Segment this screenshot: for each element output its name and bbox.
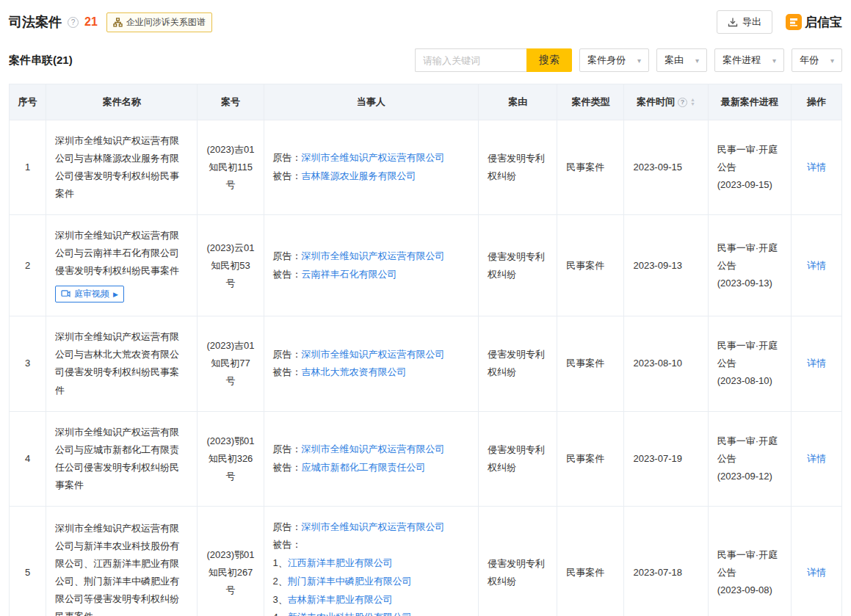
cell-type: 民事案件 xyxy=(557,411,624,506)
cell-case-no: (2023)吉01知民初77号 xyxy=(198,316,264,411)
col-type: 案件类型 xyxy=(557,84,624,120)
progress-text: 民事一审·开庭公告 xyxy=(717,337,782,372)
export-button[interactable]: 导出 xyxy=(717,10,772,34)
litigation-graph-label: 企业间涉诉关系图谱 xyxy=(126,16,206,29)
defendant-link[interactable]: 江西新洋丰肥业有限公司 xyxy=(288,557,393,568)
search-button[interactable]: 搜索 xyxy=(526,48,572,72)
plaintiff-label: 原告： xyxy=(273,349,302,360)
cell-cause: 侵害发明专利权纠纷 xyxy=(479,316,557,411)
cell-action: 详情 xyxy=(791,316,841,411)
plaintiff-link[interactable]: 深圳市全维知识产权运营有限公司 xyxy=(302,152,445,163)
plaintiff-link[interactable]: 深圳市全维知识产权运营有限公司 xyxy=(302,250,445,261)
case-name-text: 深圳市全维知识产权运营有限公司与云南祥丰石化有限公司侵害发明专利权纠纷民事案件 xyxy=(55,227,188,280)
detail-link[interactable]: 详情 xyxy=(807,162,826,173)
cell-case-no: (2023)鄂01知民初267号 xyxy=(198,506,264,616)
play-icon: ▶ xyxy=(113,291,118,298)
export-label: 导出 xyxy=(742,15,761,29)
cell-type: 民事案件 xyxy=(557,506,624,616)
col-time-label: 案件时间 xyxy=(637,95,675,109)
defendant-link[interactable]: 吉林新洋丰肥业有限公司 xyxy=(288,594,393,605)
defendant-link[interactable]: 应城市新都化工有限责任公司 xyxy=(302,462,426,473)
cell-parties: 原告：深圳市全维知识产权运营有限公司 被告：应城市新都化工有限责任公司 xyxy=(264,411,479,506)
cell-case-name: 深圳市全维知识产权运营有限公司与吉林北大荒农资有限公司侵害发明专利权纠纷民事案件 xyxy=(46,316,198,411)
cell-seq: 2 xyxy=(10,215,46,316)
cell-time: 2023-07-18 xyxy=(624,506,708,616)
litigation-graph-button[interactable]: 企业间涉诉关系图谱 xyxy=(106,12,212,32)
filter-progress[interactable]: 案件进程 ▾ xyxy=(714,48,784,72)
plaintiff-label: 原告： xyxy=(273,521,302,532)
cell-seq: 5 xyxy=(10,506,46,616)
cell-progress: 民事一审·开庭公告 (2023-09-08) xyxy=(708,506,791,616)
sort-icon[interactable]: ▲▼ xyxy=(690,98,695,106)
defendant-link[interactable]: 荆门新洋丰中磷肥业有限公司 xyxy=(288,576,412,587)
cell-case-no: (2023)云01知民初53号 xyxy=(198,215,264,316)
cell-parties: 原告：深圳市全维知识产权运营有限公司 被告：吉林隆源农业服务有限公司 xyxy=(264,120,479,215)
brand-icon xyxy=(786,14,802,30)
trial-video-label: 庭审视频 xyxy=(74,288,109,300)
filter-cause-label: 案由 xyxy=(664,54,684,67)
section-title: 案件串联(21) xyxy=(9,54,73,68)
plaintiff-label: 原告： xyxy=(273,250,302,261)
plaintiff-link[interactable]: 深圳市全维知识产权运营有限公司 xyxy=(302,349,445,360)
defendant-label: 被告： xyxy=(273,170,302,181)
search-input[interactable] xyxy=(415,48,526,72)
trial-video-button[interactable]: 庭审视频 ▶ xyxy=(55,286,124,302)
cell-case-name: 深圳市全维知识产权运营有限公司与新洋丰农业科技股份有限公司、江西新洋丰肥业有限公… xyxy=(46,506,198,616)
case-count-badge: 21 xyxy=(84,15,98,29)
defendant-link[interactable]: 吉林北大荒农资有限公司 xyxy=(302,366,407,377)
cell-action: 详情 xyxy=(791,120,841,215)
page-title: 司法案件 xyxy=(9,13,62,31)
progress-date: (2023-09-13) xyxy=(717,275,782,292)
cell-cause: 侵害发明专利权纠纷 xyxy=(479,411,557,506)
cell-action: 详情 xyxy=(791,506,841,616)
cell-cause: 侵害发明专利权纠纷 xyxy=(479,120,557,215)
col-seq: 序号 xyxy=(10,84,46,120)
table-row: 2 深圳市全维知识产权运营有限公司与云南祥丰石化有限公司侵害发明专利权纠纷民事案… xyxy=(10,215,842,316)
cell-seq: 3 xyxy=(10,316,46,411)
plaintiff-link[interactable]: 深圳市全维知识产权运营有限公司 xyxy=(302,443,445,454)
cases-table: 序号 案件名称 案号 当事人 案由 案件类型 案件时间 ? ▲▼ 最新案件进程 xyxy=(9,84,842,616)
detail-link[interactable]: 详情 xyxy=(807,567,826,578)
col-cause: 案由 xyxy=(479,84,557,120)
plaintiff-link[interactable]: 深圳市全维知识产权运营有限公司 xyxy=(302,521,445,532)
cell-case-name: 深圳市全维知识产权运营有限公司与云南祥丰石化有限公司侵害发明专利权纠纷民事案件 … xyxy=(46,215,198,316)
video-icon xyxy=(61,290,70,298)
cell-progress: 民事一审·开庭公告 (2023-08-10) xyxy=(708,316,791,411)
cell-parties: 原告：深圳市全维知识产权运营有限公司 被告：云南祥丰石化有限公司 xyxy=(264,215,479,316)
progress-date: (2023-09-15) xyxy=(717,176,782,194)
filter-case-role[interactable]: 案件身份 ▾ xyxy=(579,48,649,72)
top-bar: 司法案件 ? 21 企业间涉诉关系图谱 导出 启信宝 xyxy=(9,9,842,37)
cell-case-name: 深圳市全维知识产权运营有限公司与应城市新都化工有限责任公司侵害发明专利权纠纷民事… xyxy=(46,411,198,506)
filter-progress-label: 案件进程 xyxy=(723,54,761,67)
defendant-label: 被告： xyxy=(273,366,302,377)
help-icon[interactable]: ? xyxy=(68,17,79,28)
cell-action: 详情 xyxy=(791,411,841,506)
case-time-help-icon[interactable]: ? xyxy=(678,98,687,107)
progress-text: 民事一审·开庭公告 xyxy=(717,141,782,176)
cell-cause: 侵害发明专利权纠纷 xyxy=(479,506,557,616)
brand-name: 启信宝 xyxy=(805,14,842,31)
cell-case-name: 深圳市全维知识产权运营有限公司与吉林隆源农业服务有限公司侵害发明专利权纠纷民事案… xyxy=(46,120,198,215)
filter-cause[interactable]: 案由 ▾ xyxy=(656,48,707,72)
defendant-label: 被告： xyxy=(273,269,302,280)
progress-text: 民事一审·开庭公告 xyxy=(717,239,782,275)
cell-seq: 1 xyxy=(10,120,46,215)
judicial-cases-page: 司法案件 ? 21 企业间涉诉关系图谱 导出 启信宝 xyxy=(0,0,851,616)
detail-link[interactable]: 详情 xyxy=(807,358,826,369)
defendant-index: 3、 xyxy=(273,594,288,605)
defendant-link[interactable]: 吉林隆源农业服务有限公司 xyxy=(302,170,416,181)
filter-year[interactable]: 年份 ▾ xyxy=(792,48,842,72)
defendant-link[interactable]: 新洋丰农业科技股份有限公司 xyxy=(288,612,412,616)
defendant-link[interactable]: 云南祥丰石化有限公司 xyxy=(302,269,397,280)
cell-type: 民事案件 xyxy=(557,120,624,215)
plaintiff-label: 原告： xyxy=(273,152,302,163)
org-chart-icon xyxy=(113,18,123,27)
detail-link[interactable]: 详情 xyxy=(807,453,826,464)
progress-date: (2023-08-10) xyxy=(717,372,782,390)
cell-progress: 民事一审·开庭公告 (2023-09-12) xyxy=(708,411,791,506)
table-row: 3 深圳市全维知识产权运营有限公司与吉林北大荒农资有限公司侵害发明专利权纠纷民事… xyxy=(10,316,842,411)
cell-type: 民事案件 xyxy=(557,316,624,411)
cell-action: 详情 xyxy=(791,215,841,316)
detail-link[interactable]: 详情 xyxy=(807,260,826,271)
cell-time: 2023-09-15 xyxy=(624,120,708,215)
